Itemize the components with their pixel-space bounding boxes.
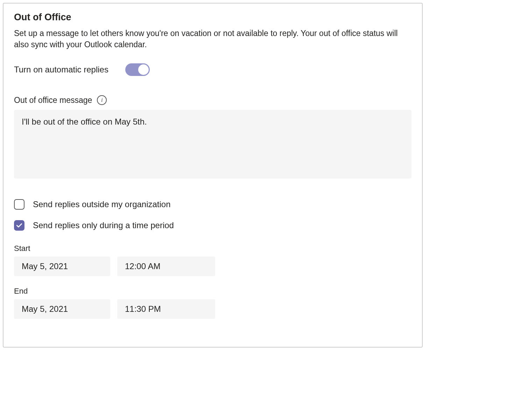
time-period-checkbox-row: Send replies only during a time period xyxy=(14,220,411,231)
message-label: Out of office message xyxy=(14,96,92,105)
auto-replies-label: Turn on automatic replies xyxy=(14,65,108,75)
message-label-row: Out of office message i xyxy=(14,95,411,105)
start-label: Start xyxy=(14,244,411,253)
outside-org-checkbox-row: Send replies outside my organization xyxy=(14,199,411,210)
end-row: May 5, 2021 11:30 PM xyxy=(14,299,411,319)
dialog-title: Out of Office xyxy=(14,12,411,23)
end-label: End xyxy=(14,287,411,296)
auto-replies-toggle-row: Turn on automatic replies xyxy=(14,63,411,76)
info-icon[interactable]: i xyxy=(97,95,107,105)
time-period-section: Start May 5, 2021 12:00 AM End May 5, 20… xyxy=(14,244,411,319)
check-icon xyxy=(16,222,22,229)
start-row: May 5, 2021 12:00 AM xyxy=(14,257,411,276)
outside-org-label: Send replies outside my organization xyxy=(33,200,171,209)
auto-replies-toggle[interactable] xyxy=(125,63,150,76)
dialog-description: Set up a message to let others know you'… xyxy=(14,28,411,50)
out-of-office-message-input[interactable] xyxy=(14,110,411,178)
outside-org-checkbox[interactable] xyxy=(14,199,24,210)
end-time-picker[interactable]: 11:30 PM xyxy=(117,299,215,319)
start-date-picker[interactable]: May 5, 2021 xyxy=(14,257,110,276)
end-date-picker[interactable]: May 5, 2021 xyxy=(14,299,110,319)
time-period-checkbox[interactable] xyxy=(14,220,24,231)
out-of-office-dialog: Out of Office Set up a message to let ot… xyxy=(3,3,423,348)
toggle-knob xyxy=(138,64,149,75)
time-period-label: Send replies only during a time period xyxy=(33,220,174,230)
start-time-picker[interactable]: 12:00 AM xyxy=(117,257,215,276)
